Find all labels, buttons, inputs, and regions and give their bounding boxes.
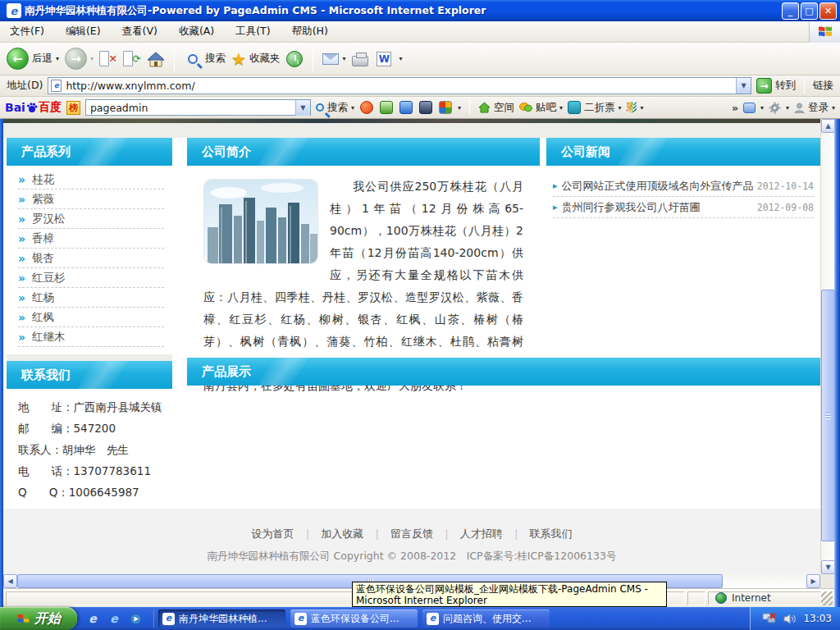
print-button[interactable] (351, 50, 369, 68)
footer-link-favorite[interactable]: 加入收藏 (321, 527, 363, 541)
edit-with-word-button[interactable]: W (375, 50, 393, 68)
menu-tools[interactable]: 工具(T) (235, 25, 270, 39)
baidu-overflow-chevrons[interactable]: » (732, 102, 738, 114)
address-input[interactable]: e http://www.xnylmm.com/ ▼ (48, 77, 751, 94)
baidu-messages-icon[interactable] (399, 100, 413, 115)
sidebar-item-guihua[interactable]: »桂花 (18, 170, 164, 189)
menu-favorites[interactable]: 收藏(A) (179, 25, 214, 39)
baidu-hi-icon[interactable] (379, 100, 394, 115)
chevron-right-icon: » (18, 252, 25, 265)
baidu-input-dropdown[interactable]: ▼ (295, 100, 310, 116)
baidu-search-button[interactable]: 搜索 ▾ (316, 101, 354, 115)
sidebar-item-hongdoushan[interactable]: »红豆杉 (18, 268, 164, 288)
chevron-right-icon: » (18, 311, 25, 324)
grid-dropdown-icon[interactable]: ▾ (760, 104, 764, 112)
news-link[interactable]: 贵州同行参观我公司八圩苗圃 (562, 200, 701, 215)
baidu-apps-icon[interactable] (438, 100, 453, 115)
sidebar-item-hongfeng[interactable]: »红枫 (18, 308, 164, 327)
scroll-right-button[interactable]: ▶ (806, 574, 820, 588)
home-button[interactable] (147, 50, 165, 68)
scroll-left-button[interactable]: ◀ (3, 574, 17, 588)
baidu-space-button[interactable]: 空间 (478, 101, 514, 115)
baidu-bang-icon[interactable]: 榜 (66, 101, 80, 115)
vertical-scrollbar[interactable]: ▲ ▼ (820, 119, 834, 574)
menu-help[interactable]: 帮助(H) (292, 25, 328, 39)
go-icon: → (756, 78, 772, 94)
mail-dropdown-icon[interactable]: ▾ (342, 55, 345, 62)
search-button[interactable]: 搜索 (184, 50, 226, 68)
favorites-button[interactable]: ★ 收藏夹 (231, 49, 280, 69)
product-label: 罗汉松 (32, 212, 66, 226)
baidu-search-dropdown-icon[interactable]: ▾ (351, 104, 354, 112)
vertical-scroll-thumb[interactable] (821, 290, 835, 541)
gear-dropdown-icon[interactable]: ▾ (786, 104, 789, 112)
news-item[interactable]: ▸ 贵州同行参观我公司八圩苗圃 2012-09-08 (553, 197, 814, 218)
sidebar-item-luohansong[interactable]: »罗汉松 (18, 209, 164, 229)
baidu-cai-button[interactable]: 彩 ▾ (626, 100, 643, 115)
quicklaunch-explorer-icon[interactable]: e (107, 611, 121, 626)
gear-icon[interactable] (769, 102, 781, 114)
back-icon: ← (7, 48, 29, 70)
minimize-button[interactable]: _ (782, 2, 799, 20)
showcase-title: 产品展示 (202, 364, 251, 379)
volume-icon[interactable] (783, 613, 797, 625)
start-button[interactable]: 开始 (0, 607, 77, 630)
maximize-button[interactable]: □ (801, 2, 818, 20)
sidebar-item-xiangzhang[interactable]: »香樟 (18, 229, 164, 249)
scroll-up-button[interactable]: ▲ (821, 119, 835, 133)
taskbar-clock[interactable]: 13:03 (803, 613, 832, 624)
back-dropdown-icon[interactable]: ▾ (56, 55, 59, 62)
baidu-search-input[interactable]: pageadmin ▼ (85, 99, 311, 116)
baidu-login-dropdown-icon[interactable]: ▾ (832, 104, 835, 112)
sidebar-item-hongjimu[interactable]: »红继木 (18, 327, 164, 347)
baidu-tieba-button[interactable]: 贴吧 ▾ (519, 101, 563, 115)
sidebar-item-yinxing[interactable]: »银杏 (18, 249, 164, 268)
baidu-apps-dropdown-icon[interactable]: ▾ (458, 104, 461, 112)
baidu-ticket-dropdown-icon[interactable]: ▾ (618, 104, 621, 112)
back-button[interactable]: ← 后退 ▾ (7, 48, 59, 70)
footer-link-feedback[interactable]: 留言反馈 (390, 527, 433, 541)
news-list: ▸ 公司网站正式使用顶级域名向外宣传产品 2012-10-14 ▸ 贵州同行参观… (546, 166, 820, 218)
baidu-cai-dropdown-icon[interactable]: ▾ (640, 104, 643, 112)
address-separator (804, 78, 805, 94)
quicklaunch-media-icon[interactable] (128, 611, 143, 626)
baidu-search-icon (316, 103, 324, 112)
baidu-login-button[interactable]: 登录 ▾ (794, 101, 835, 115)
baidu-video-icon[interactable] (418, 100, 433, 115)
product-label: 红杨 (32, 290, 54, 305)
news-link[interactable]: 公司网站正式使用顶级域名向外宣传产品 (562, 179, 753, 194)
footer-link-contact[interactable]: 联系我们 (529, 527, 572, 541)
footer-link-home[interactable]: 设为首页 (252, 527, 294, 541)
stop-button[interactable]: ✕ (99, 50, 117, 68)
links-button[interactable]: 链接 (813, 79, 833, 93)
mail-button[interactable]: ▾ (322, 53, 345, 65)
quicklaunch-ie-icon[interactable]: e (85, 611, 100, 626)
scroll-down-button[interactable]: ▼ (821, 560, 835, 574)
footer-link-jobs[interactable]: 人才招聘 (460, 527, 503, 541)
go-button[interactable]: → 转到 (756, 78, 796, 94)
menu-edit[interactable]: 编辑(E) (66, 25, 101, 39)
news-item[interactable]: ▸ 公司网站正式使用顶级域名向外宣传产品 2012-10-14 (553, 176, 814, 197)
sidebar-item-hongyang[interactable]: »红杨 (18, 288, 164, 308)
tieba-chat-icon (519, 102, 532, 113)
grid-icon[interactable] (743, 103, 756, 113)
task-button-current-site[interactable]: e 南丹坤华园林种植... (158, 609, 285, 628)
product-label: 紫薇 (32, 192, 54, 207)
toolbar-more-dropdown-icon[interactable]: ▾ (399, 55, 402, 62)
address-dropdown-button[interactable]: ▼ (736, 78, 751, 94)
menu-file[interactable]: 文件(F) (10, 25, 44, 39)
menu-view[interactable]: 查看(V) (122, 25, 158, 39)
forward-button[interactable]: → ▾ (65, 48, 94, 70)
baidu-music-icon[interactable] (359, 100, 374, 115)
task-button-support-site[interactable]: e 问题咨询、使用交... (422, 609, 550, 628)
close-button[interactable]: ✕ (819, 2, 837, 20)
resize-grip[interactable] (821, 591, 833, 605)
network-disconnected-icon[interactable] (762, 612, 777, 625)
baidu-tieba-label: 贴吧 (536, 101, 556, 115)
history-button[interactable] (285, 50, 304, 68)
task-button-template-site[interactable]: e 蓝色环保设备公司... (290, 609, 418, 628)
baidu-tieba-dropdown-icon[interactable]: ▾ (559, 104, 563, 112)
baidu-ticket-button[interactable]: 二折票 ▾ (568, 101, 622, 115)
refresh-button[interactable]: ⟳ (123, 50, 141, 68)
sidebar-item-ziwei[interactable]: »紫薇 (18, 189, 164, 209)
